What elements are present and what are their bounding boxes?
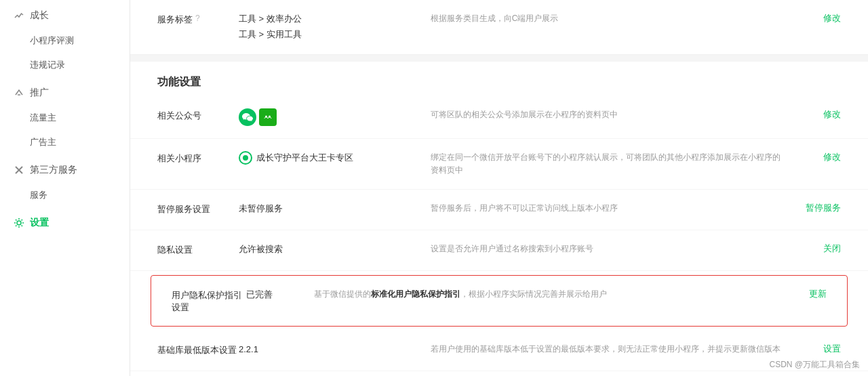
sidebar-group-promote[interactable]: 推广 <box>0 80 130 106</box>
related-miniapp-value: 成长守护平台大王卡专区 <box>239 151 417 165</box>
related-miniapp-action[interactable]: 修改 <box>800 151 841 163</box>
base-library-value: 2.2.1 <box>239 343 417 357</box>
sidebar-group-grow-label: 成长 <box>30 9 49 22</box>
grow-icon <box>14 10 24 21</box>
sidebar-item-traffic-owner[interactable]: 流量主 <box>0 106 130 130</box>
pause-service-desc: 暂停服务后，用户将不可以正常访问线上版本小程序 <box>417 202 800 215</box>
main-content: 服务标签 ? 工具 > 效率办公 工具 > 实用工具 根据服务类目生成，向C端用… <box>130 0 868 376</box>
user-privacy-guide-wrapper: 用户隐私保护指引设置 已完善 基于微信提供的标准化用户隐私保护指引，根据小程序实… <box>130 271 868 331</box>
third-party-icon <box>14 165 24 175</box>
sidebar-item-service[interactable]: 服务 <box>0 183 130 207</box>
sidebar-item-miniapp-review[interactable]: 小程序评测 <box>0 28 130 53</box>
sidebar-item-label: 违规记录 <box>30 59 65 71</box>
wechat-icon-2 <box>259 108 277 126</box>
content-area: 服务标签 ? 工具 > 效率办公 工具 > 实用工具 根据服务类目生成，向C端用… <box>130 0 868 376</box>
base-library-desc: 若用户使用的基础库版本低于设置的最低版本要求，则无法正常使用小程序，并提示更新微… <box>417 343 800 356</box>
sidebar-group-third-party-label: 第三方服务 <box>30 164 77 176</box>
sidebar-group-settings-label: 设置 <box>30 217 49 229</box>
service-tags-lines: 工具 > 效率办公 工具 > 实用工具 <box>239 12 302 42</box>
service-tags-value: 工具 > 效率办公 工具 > 实用工具 <box>239 12 417 42</box>
base-library-label: 基础库最低版本设置 <box>157 343 239 356</box>
promote-icon <box>14 87 24 98</box>
related-miniapp-label: 相关小程序 <box>157 151 239 165</box>
privacy-settings-row: 隐私设置 允许被搜索 设置是否允许用户通过名称搜索到小程序账号 关闭 <box>130 230 868 271</box>
related-miniapp-desc: 绑定在同一个微信开放平台账号下的小程序就认展示，可将团队的其他小程序添加展示在小… <box>417 151 800 177</box>
sidebar-section-promote: 推广 流量主 广告主 <box>0 80 130 154</box>
settings-icon <box>14 217 24 228</box>
user-privacy-guide-value: 已完善 <box>246 288 300 302</box>
user-privacy-guide-desc: 基于微信提供的标准化用户隐私保护指引，根据小程序实际情况完善并展示给用户 <box>300 288 786 301</box>
related-oa-desc: 可将区队的相关公众号添加展示在小程序的资料页中 <box>417 108 800 121</box>
wechat-icons <box>239 108 277 126</box>
related-oa-value <box>239 108 417 126</box>
sidebar-group-grow[interactable]: 成长 <box>0 3 130 28</box>
divider <box>130 55 868 62</box>
related-oa-row: 相关公众号 <box>130 96 868 139</box>
pause-service-action[interactable]: 暂停服务 <box>800 202 841 214</box>
sidebar: 成长 小程序评测 违规记录 推广 流量主 广告主 <box>0 0 130 376</box>
pause-service-value: 未暂停服务 <box>239 202 417 216</box>
sidebar-item-label: 小程序评测 <box>30 35 74 47</box>
user-privacy-guide-row: 用户隐私保护指引设置 已完善 基于微信提供的标准化用户隐私保护指引，根据小程序实… <box>151 275 848 327</box>
sidebar-group-settings[interactable]: 设置 <box>0 210 130 236</box>
svg-point-2 <box>17 221 21 225</box>
sidebar-section-settings: 设置 <box>0 210 130 236</box>
related-miniapp-row: 相关小程序 成长守护平台大王卡专区 绑定在同一个微信开放平台账号下的小程序就认展… <box>130 139 868 190</box>
privacy-settings-action[interactable]: 关闭 <box>800 243 841 255</box>
sidebar-section-third-party: 第三方服务 服务 <box>0 157 130 207</box>
user-privacy-guide-action[interactable]: 更新 <box>786 288 827 300</box>
sidebar-section-grow: 成长 小程序评测 违规记录 <box>0 3 130 77</box>
privacy-settings-desc: 设置是否允许用户通过名称搜索到小程序账号 <box>417 243 800 255</box>
sidebar-item-label: 流量主 <box>30 112 56 124</box>
related-oa-action[interactable]: 修改 <box>800 108 841 121</box>
help-icon: ? <box>195 14 200 23</box>
sidebar-item-label: 广告主 <box>30 136 56 148</box>
wechat-icon-1 <box>239 108 256 126</box>
service-tags-label: 服务标签 ? <box>157 12 239 26</box>
pause-service-row: 暂停服务设置 未暂停服务 暂停服务后，用户将不可以正常访问线上版本小程序 暂停服… <box>130 190 868 230</box>
service-tags-desc: 根据服务类目生成，向C端用户展示 <box>417 12 800 25</box>
base-library-row: 基础库最低版本设置 2.2.1 若用户使用的基础库版本低于设置的最低版本要求，则… <box>130 331 868 371</box>
pause-service-label: 暂停服务设置 <box>157 202 239 215</box>
sidebar-group-promote-label: 推广 <box>30 87 49 99</box>
privacy-settings-label: 隐私设置 <box>157 243 239 256</box>
sidebar-group-third-party[interactable]: 第三方服务 <box>0 157 130 183</box>
sidebar-item-advertiser[interactable]: 广告主 <box>0 130 130 154</box>
service-tags-row: 服务标签 ? 工具 > 效率办公 工具 > 实用工具 根据服务类目生成，向C端用… <box>130 0 868 55</box>
sidebar-item-violation-record[interactable]: 违规记录 <box>0 53 130 77</box>
green-circle-icon <box>239 151 252 165</box>
base-library-action[interactable]: 设置 <box>800 343 841 355</box>
related-oa-label: 相关公众号 <box>157 108 239 122</box>
service-tags-action[interactable]: 修改 <box>800 12 841 24</box>
desc-bold-text: 标准化用户隐私保护指引 <box>371 289 460 299</box>
privacy-settings-value: 允许被搜索 <box>239 243 417 257</box>
user-privacy-guide-label: 用户隐私保护指引设置 <box>172 288 246 314</box>
sidebar-item-label: 服务 <box>30 189 47 201</box>
functional-settings-title: 功能设置 <box>130 62 868 96</box>
